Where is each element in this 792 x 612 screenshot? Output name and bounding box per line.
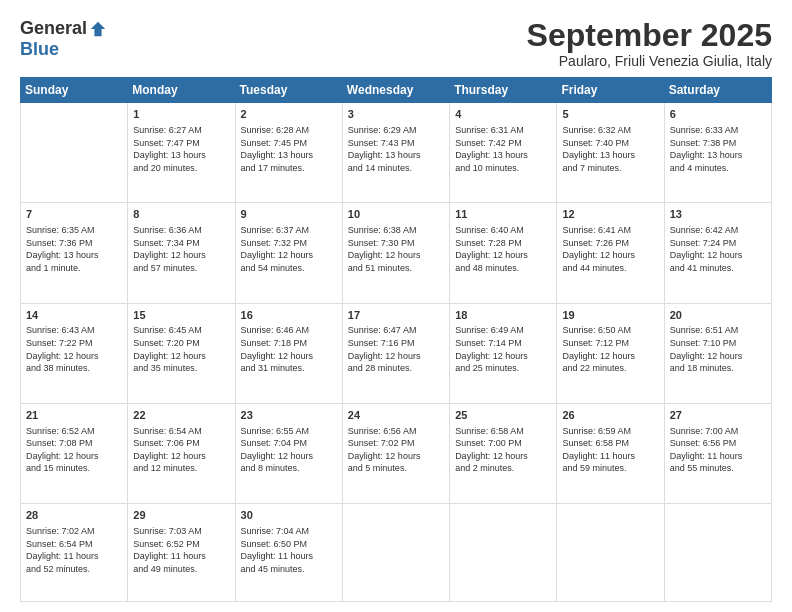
calendar-week-row: 1Sunrise: 6:27 AM Sunset: 7:47 PM Daylig… bbox=[21, 103, 772, 203]
day-info: Sunrise: 6:29 AM Sunset: 7:43 PM Dayligh… bbox=[348, 124, 444, 174]
day-info: Sunrise: 6:33 AM Sunset: 7:38 PM Dayligh… bbox=[670, 124, 766, 174]
table-row: 3Sunrise: 6:29 AM Sunset: 7:43 PM Daylig… bbox=[342, 103, 449, 203]
day-info: Sunrise: 6:31 AM Sunset: 7:42 PM Dayligh… bbox=[455, 124, 551, 174]
table-row: 26Sunrise: 6:59 AM Sunset: 6:58 PM Dayli… bbox=[557, 403, 664, 503]
day-number: 10 bbox=[348, 207, 444, 222]
table-row: 6Sunrise: 6:33 AM Sunset: 7:38 PM Daylig… bbox=[664, 103, 771, 203]
day-info: Sunrise: 6:45 AM Sunset: 7:20 PM Dayligh… bbox=[133, 324, 229, 374]
header: General Blue September 2025 Paularo, Fri… bbox=[20, 18, 772, 69]
day-number: 6 bbox=[670, 107, 766, 122]
day-number: 13 bbox=[670, 207, 766, 222]
table-row: 10Sunrise: 6:38 AM Sunset: 7:30 PM Dayli… bbox=[342, 203, 449, 303]
day-number: 22 bbox=[133, 408, 229, 423]
day-info: Sunrise: 7:03 AM Sunset: 6:52 PM Dayligh… bbox=[133, 525, 229, 575]
day-number: 2 bbox=[241, 107, 337, 122]
day-info: Sunrise: 6:28 AM Sunset: 7:45 PM Dayligh… bbox=[241, 124, 337, 174]
table-row: 27Sunrise: 7:00 AM Sunset: 6:56 PM Dayli… bbox=[664, 403, 771, 503]
day-number: 4 bbox=[455, 107, 551, 122]
table-row: 24Sunrise: 6:56 AM Sunset: 7:02 PM Dayli… bbox=[342, 403, 449, 503]
day-number: 28 bbox=[26, 508, 122, 523]
day-number: 27 bbox=[670, 408, 766, 423]
calendar-table: SundayMondayTuesdayWednesdayThursdayFrid… bbox=[20, 77, 772, 602]
day-number: 18 bbox=[455, 308, 551, 323]
calendar-week-row: 14Sunrise: 6:43 AM Sunset: 7:22 PM Dayli… bbox=[21, 303, 772, 403]
calendar-week-row: 7Sunrise: 6:35 AM Sunset: 7:36 PM Daylig… bbox=[21, 203, 772, 303]
logo-general-text: General bbox=[20, 18, 87, 39]
day-info: Sunrise: 6:46 AM Sunset: 7:18 PM Dayligh… bbox=[241, 324, 337, 374]
table-row: 14Sunrise: 6:43 AM Sunset: 7:22 PM Dayli… bbox=[21, 303, 128, 403]
location-subtitle: Paularo, Friuli Venezia Giulia, Italy bbox=[527, 53, 772, 69]
table-row: 7Sunrise: 6:35 AM Sunset: 7:36 PM Daylig… bbox=[21, 203, 128, 303]
table-row: 22Sunrise: 6:54 AM Sunset: 7:06 PM Dayli… bbox=[128, 403, 235, 503]
table-row: 23Sunrise: 6:55 AM Sunset: 7:04 PM Dayli… bbox=[235, 403, 342, 503]
day-info: Sunrise: 7:04 AM Sunset: 6:50 PM Dayligh… bbox=[241, 525, 337, 575]
logo-icon bbox=[89, 20, 107, 38]
table-row: 18Sunrise: 6:49 AM Sunset: 7:14 PM Dayli… bbox=[450, 303, 557, 403]
day-number: 7 bbox=[26, 207, 122, 222]
day-info: Sunrise: 6:49 AM Sunset: 7:14 PM Dayligh… bbox=[455, 324, 551, 374]
weekday-header-wednesday: Wednesday bbox=[342, 78, 449, 103]
day-info: Sunrise: 6:40 AM Sunset: 7:28 PM Dayligh… bbox=[455, 224, 551, 274]
calendar-week-row: 28Sunrise: 7:02 AM Sunset: 6:54 PM Dayli… bbox=[21, 504, 772, 602]
day-info: Sunrise: 6:58 AM Sunset: 7:00 PM Dayligh… bbox=[455, 425, 551, 475]
weekday-header-tuesday: Tuesday bbox=[235, 78, 342, 103]
day-number: 26 bbox=[562, 408, 658, 423]
table-row: 2Sunrise: 6:28 AM Sunset: 7:45 PM Daylig… bbox=[235, 103, 342, 203]
table-row: 30Sunrise: 7:04 AM Sunset: 6:50 PM Dayli… bbox=[235, 504, 342, 602]
weekday-header-saturday: Saturday bbox=[664, 78, 771, 103]
day-number: 20 bbox=[670, 308, 766, 323]
day-info: Sunrise: 6:35 AM Sunset: 7:36 PM Dayligh… bbox=[26, 224, 122, 274]
table-row: 15Sunrise: 6:45 AM Sunset: 7:20 PM Dayli… bbox=[128, 303, 235, 403]
day-info: Sunrise: 6:43 AM Sunset: 7:22 PM Dayligh… bbox=[26, 324, 122, 374]
table-row: 28Sunrise: 7:02 AM Sunset: 6:54 PM Dayli… bbox=[21, 504, 128, 602]
day-number: 14 bbox=[26, 308, 122, 323]
logo-blue-text: Blue bbox=[20, 39, 59, 60]
day-info: Sunrise: 6:41 AM Sunset: 7:26 PM Dayligh… bbox=[562, 224, 658, 274]
table-row bbox=[450, 504, 557, 602]
day-number: 21 bbox=[26, 408, 122, 423]
day-number: 17 bbox=[348, 308, 444, 323]
day-number: 23 bbox=[241, 408, 337, 423]
day-info: Sunrise: 6:32 AM Sunset: 7:40 PM Dayligh… bbox=[562, 124, 658, 174]
day-number: 9 bbox=[241, 207, 337, 222]
day-number: 5 bbox=[562, 107, 658, 122]
day-number: 8 bbox=[133, 207, 229, 222]
table-row bbox=[342, 504, 449, 602]
title-block: September 2025 Paularo, Friuli Venezia G… bbox=[527, 18, 772, 69]
table-row: 29Sunrise: 7:03 AM Sunset: 6:52 PM Dayli… bbox=[128, 504, 235, 602]
day-number: 24 bbox=[348, 408, 444, 423]
table-row bbox=[21, 103, 128, 203]
day-info: Sunrise: 7:02 AM Sunset: 6:54 PM Dayligh… bbox=[26, 525, 122, 575]
day-info: Sunrise: 6:47 AM Sunset: 7:16 PM Dayligh… bbox=[348, 324, 444, 374]
day-info: Sunrise: 6:38 AM Sunset: 7:30 PM Dayligh… bbox=[348, 224, 444, 274]
day-number: 12 bbox=[562, 207, 658, 222]
day-info: Sunrise: 6:50 AM Sunset: 7:12 PM Dayligh… bbox=[562, 324, 658, 374]
day-info: Sunrise: 7:00 AM Sunset: 6:56 PM Dayligh… bbox=[670, 425, 766, 475]
table-row: 5Sunrise: 6:32 AM Sunset: 7:40 PM Daylig… bbox=[557, 103, 664, 203]
table-row: 13Sunrise: 6:42 AM Sunset: 7:24 PM Dayli… bbox=[664, 203, 771, 303]
logo: General Blue bbox=[20, 18, 107, 60]
table-row: 21Sunrise: 6:52 AM Sunset: 7:08 PM Dayli… bbox=[21, 403, 128, 503]
table-row: 16Sunrise: 6:46 AM Sunset: 7:18 PM Dayli… bbox=[235, 303, 342, 403]
weekday-header-sunday: Sunday bbox=[21, 78, 128, 103]
table-row: 19Sunrise: 6:50 AM Sunset: 7:12 PM Dayli… bbox=[557, 303, 664, 403]
day-number: 19 bbox=[562, 308, 658, 323]
weekday-header-thursday: Thursday bbox=[450, 78, 557, 103]
table-row bbox=[557, 504, 664, 602]
day-info: Sunrise: 6:59 AM Sunset: 6:58 PM Dayligh… bbox=[562, 425, 658, 475]
table-row: 4Sunrise: 6:31 AM Sunset: 7:42 PM Daylig… bbox=[450, 103, 557, 203]
day-number: 16 bbox=[241, 308, 337, 323]
weekday-header-monday: Monday bbox=[128, 78, 235, 103]
month-title: September 2025 bbox=[527, 18, 772, 53]
day-number: 30 bbox=[241, 508, 337, 523]
day-number: 25 bbox=[455, 408, 551, 423]
svg-marker-0 bbox=[91, 21, 105, 35]
table-row: 20Sunrise: 6:51 AM Sunset: 7:10 PM Dayli… bbox=[664, 303, 771, 403]
day-info: Sunrise: 6:27 AM Sunset: 7:47 PM Dayligh… bbox=[133, 124, 229, 174]
table-row: 17Sunrise: 6:47 AM Sunset: 7:16 PM Dayli… bbox=[342, 303, 449, 403]
table-row: 25Sunrise: 6:58 AM Sunset: 7:00 PM Dayli… bbox=[450, 403, 557, 503]
weekday-header-row: SundayMondayTuesdayWednesdayThursdayFrid… bbox=[21, 78, 772, 103]
calendar-week-row: 21Sunrise: 6:52 AM Sunset: 7:08 PM Dayli… bbox=[21, 403, 772, 503]
day-info: Sunrise: 6:51 AM Sunset: 7:10 PM Dayligh… bbox=[670, 324, 766, 374]
day-number: 1 bbox=[133, 107, 229, 122]
